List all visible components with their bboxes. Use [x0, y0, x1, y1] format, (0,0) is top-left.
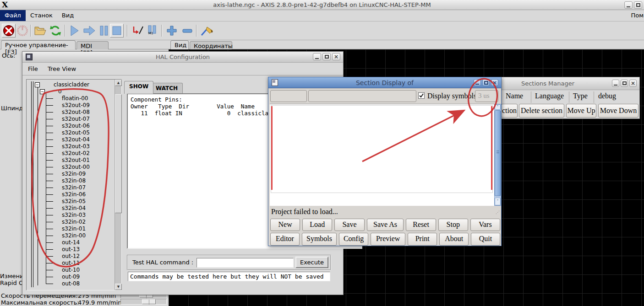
tree-scrollbar[interactable]: ▲ ▼: [115, 80, 121, 290]
test-hal-input[interactable]: [196, 258, 294, 268]
load-button[interactable]: Load: [302, 219, 332, 231]
config-button[interactable]: Config: [339, 233, 368, 246]
estop-button[interactable]: [2, 24, 16, 38]
tree-item[interactable]: out-10: [27, 267, 114, 274]
tree-item[interactable]: out-11: [27, 260, 114, 267]
max-velocity-slider[interactable]: [120, 299, 167, 305]
tree-item[interactable]: s32out-05: [27, 129, 114, 136]
tree-item[interactable]: s32out-09: [27, 102, 114, 109]
tree-item[interactable]: s32in-08: [27, 177, 114, 184]
tree-item[interactable]: s32in-05: [27, 198, 114, 205]
maximize-icon[interactable]: [634, 1, 642, 9]
menu-machine[interactable]: Станок: [26, 10, 57, 21]
close-icon[interactable]: ×: [332, 53, 340, 60]
tree-item[interactable]: floatin-00: [27, 95, 114, 102]
vars-button[interactable]: Vars: [470, 219, 500, 231]
reload-button[interactable]: [49, 24, 62, 38]
add-section-button[interactable]: ction: [501, 104, 518, 118]
section-display-titlebar[interactable]: Section Display of ×: [268, 77, 501, 88]
stop-run-button[interactable]: Stop: [438, 219, 468, 231]
column-header-language[interactable]: Language: [535, 92, 564, 103]
maximize-icon[interactable]: [322, 53, 331, 60]
timescale-field[interactable]: 3 us: [475, 90, 498, 102]
minimize-icon[interactable]: [624, 1, 633, 9]
tree-item[interactable]: s32in-00: [27, 232, 114, 239]
reset-button[interactable]: Reset: [406, 219, 436, 231]
section-name-field[interactable]: [308, 90, 416, 102]
tree-item[interactable]: s32in-03: [27, 212, 114, 219]
stop-button[interactable]: [110, 24, 124, 38]
minimize-icon[interactable]: [612, 80, 619, 87]
slider-handle[interactable]: [142, 299, 156, 304]
tab-dro[interactable]: Координаты: [190, 41, 232, 49]
tree-item[interactable]: out-14: [27, 239, 114, 246]
move-up-button[interactable]: Move Up: [566, 104, 596, 118]
tree-item[interactable]: out-08: [27, 280, 114, 287]
column-header-debug[interactable]: debug: [598, 92, 616, 103]
scroll-up-icon[interactable]: ▲: [115, 80, 122, 86]
tree-item[interactable]: s32out-06: [27, 123, 114, 129]
tree-item[interactable]: s32in-02: [27, 219, 114, 225]
print-button[interactable]: Print: [408, 233, 437, 246]
editor-button[interactable]: Editor: [270, 233, 300, 246]
tree-item[interactable]: s32in-09: [27, 171, 114, 177]
section-display-scrollbar[interactable]: ˄ ˅: [494, 104, 501, 206]
hal-menu-tree-view[interactable]: Tree View: [48, 65, 76, 72]
tree-item[interactable]: s32out-02: [27, 150, 114, 157]
save-button[interactable]: Save: [334, 219, 364, 231]
tab-preview[interactable]: Вид: [170, 40, 189, 49]
tree-item[interactable]: s32in-01: [27, 225, 114, 232]
tab-watch[interactable]: WATCH: [151, 83, 183, 94]
tree-item[interactable]: s32in-06: [27, 191, 114, 198]
delete-section-button[interactable]: Delete section: [519, 104, 564, 118]
menu-file[interactable]: Файл: [0, 10, 26, 21]
quit-button[interactable]: Quit: [471, 233, 500, 246]
scrollbar-thumb[interactable]: [115, 94, 122, 213]
close-icon[interactable]: ×: [629, 80, 637, 87]
ladder-canvas[interactable]: [270, 104, 494, 206]
preview-button[interactable]: Preview: [371, 233, 405, 246]
tree-item[interactable]: s32out-08: [27, 109, 114, 116]
save-as-button[interactable]: Save As: [367, 219, 404, 231]
open-file-button[interactable]: [33, 24, 47, 38]
menu-view[interactable]: Вид: [57, 10, 78, 21]
hal-menu-file[interactable]: File: [28, 65, 38, 72]
display-symbols-checkbox[interactable]: [418, 92, 425, 99]
minimize-icon[interactable]: [474, 79, 481, 86]
tree-item[interactable]: out-12: [27, 253, 114, 260]
pause-button[interactable]: [97, 24, 111, 38]
column-header-name[interactable]: Name: [506, 92, 523, 103]
hal-titlebar[interactable]: HAL Configuration ×: [22, 52, 343, 63]
new-button[interactable]: New: [270, 219, 300, 231]
tree-item-root[interactable]: classicladder: [27, 81, 114, 88]
zoom-out-button[interactable]: [180, 24, 194, 38]
tree-item-node[interactable]: 0: [27, 88, 114, 95]
scrollbar-thumb[interactable]: [495, 110, 501, 196]
tab-manual-control[interactable]: Ручное управление-[F3]: [1, 40, 76, 49]
maximize-icon[interactable]: [621, 80, 628, 87]
scroll-down-icon[interactable]: ▼: [115, 284, 122, 290]
tree-item[interactable]: out-13: [27, 246, 114, 253]
about-button[interactable]: About: [439, 233, 469, 246]
tab-show[interactable]: SHOW: [124, 81, 153, 94]
maximize-icon[interactable]: [482, 79, 490, 86]
run-button[interactable]: [68, 24, 82, 38]
optional-pause-button[interactable]: M1: [145, 24, 159, 38]
column-header-type[interactable]: Type: [573, 92, 588, 103]
minimize-icon[interactable]: [313, 53, 321, 60]
tree-item[interactable]: s32in-07: [27, 184, 114, 191]
scroll-up-icon[interactable]: ˄: [495, 104, 501, 110]
symbols-button[interactable]: Symbols: [302, 233, 337, 246]
menu-help[interactable]: Пом: [631, 12, 644, 19]
tree-item[interactable]: s32out-03: [27, 143, 114, 150]
move-down-button[interactable]: Move Down: [598, 104, 639, 118]
skip-line-button[interactable]: [131, 24, 144, 38]
tree-item[interactable]: s32out-01: [27, 157, 114, 164]
clear-plot-button[interactable]: [200, 24, 213, 38]
tree-item[interactable]: s32out-07: [27, 116, 114, 123]
tree-item[interactable]: out-09: [27, 274, 114, 280]
tab-mdi[interactable]: MDI [F5]: [76, 41, 109, 49]
zoom-in-button[interactable]: [165, 24, 179, 38]
tree-item[interactable]: s32out-04: [27, 136, 114, 143]
tree-item[interactable]: s32in-04: [27, 205, 114, 212]
